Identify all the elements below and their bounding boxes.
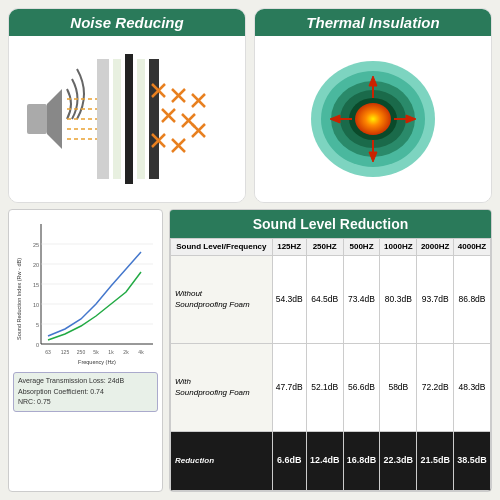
thermal-insulation-box: Thermal Insulation — [254, 8, 492, 203]
row-reduction: Reduction 6.6dB 12.4dB 16.8dB 22.3dB 21.… — [171, 431, 491, 490]
thermal-insulation-image — [255, 36, 491, 202]
cell-with-125: 47.7dB — [272, 344, 306, 432]
chart-svg: Sound Reduction Index (Rw - dB) 0 5 10 1… — [13, 214, 158, 369]
noise-reducing-box: Noise Reducing — [8, 8, 246, 203]
noise-reducing-image — [9, 36, 245, 202]
svg-text:0: 0 — [36, 342, 39, 348]
table-header-row: Sound Level/Frequency 125HZ 250HZ 500HZ … — [171, 239, 491, 256]
svg-text:250: 250 — [77, 349, 86, 355]
cell-red-125: 6.6dB — [272, 431, 306, 490]
table-title: Sound Level Reduction — [170, 210, 491, 238]
cell-with-500: 56.6dB — [343, 344, 380, 432]
cell-with-250: 52.1dB — [306, 344, 343, 432]
cell-without-2000: 93.7dB — [417, 256, 454, 344]
svg-text:125: 125 — [61, 349, 70, 355]
sound-level-table-area: Sound Level Reduction Sound Level/Freque… — [169, 209, 492, 492]
svg-text:5: 5 — [36, 322, 39, 328]
svg-rect-1 — [97, 59, 109, 179]
chart-area: Sound Reduction Index (Rw - dB) 0 5 10 1… — [8, 209, 163, 492]
row-with: WithSoundproofing Foam 47.7dB 52.1dB 56.… — [171, 344, 491, 432]
svg-rect-6 — [27, 104, 47, 134]
cell-without-1000: 80.3dB — [380, 256, 417, 344]
noise-reducing-label: Noise Reducing — [9, 9, 245, 36]
svg-text:15: 15 — [33, 282, 39, 288]
svg-text:10: 10 — [33, 302, 39, 308]
cell-red-2000: 21.5dB — [417, 431, 454, 490]
cell-with-1000: 58dB — [380, 344, 417, 432]
sound-table: Sound Level/Frequency 125HZ 250HZ 500HZ … — [170, 238, 491, 491]
svg-text:63: 63 — [45, 349, 51, 355]
chart-info-line1: Average Transmission Loss: 24dB — [18, 376, 153, 387]
svg-text:25: 25 — [33, 242, 39, 248]
row-without: WithoutSoundproofing Foam 54.3dB 64.5dB … — [171, 256, 491, 344]
row-without-label: WithoutSoundproofing Foam — [171, 256, 273, 344]
cell-red-250: 12.4dB — [306, 431, 343, 490]
cell-without-500: 73.4dB — [343, 256, 380, 344]
col-freq-label: Sound Level/Frequency — [171, 239, 273, 256]
svg-text:Sound Reduction Index (Rw - dB: Sound Reduction Index (Rw - dB) — [16, 258, 22, 340]
thermal-insulation-label: Thermal Insulation — [255, 9, 491, 36]
cell-red-1000: 22.3dB — [380, 431, 417, 490]
bottom-row: Sound Reduction Index (Rw - dB) 0 5 10 1… — [8, 209, 492, 492]
svg-rect-4 — [137, 59, 145, 179]
cell-without-250: 64.5dB — [306, 256, 343, 344]
svg-text:20: 20 — [33, 262, 39, 268]
chart-info-line3: NRC: 0.75 — [18, 397, 153, 408]
noise-reducing-svg — [13, 49, 241, 189]
svg-text:Frequency (Hz): Frequency (Hz) — [78, 359, 116, 365]
svg-point-34 — [355, 103, 391, 135]
row-with-label: WithSoundproofing Foam — [171, 344, 273, 432]
main-container: Noise Reducing — [0, 0, 500, 500]
col-500: 500HZ — [343, 239, 380, 256]
svg-text:4k: 4k — [138, 349, 144, 355]
col-4000: 4000HZ — [454, 239, 491, 256]
svg-rect-3 — [125, 54, 133, 184]
col-250: 250HZ — [306, 239, 343, 256]
thermal-insulation-svg — [308, 54, 438, 184]
cell-with-2000: 72.2dB — [417, 344, 454, 432]
chart-info: Average Transmission Loss: 24dB Absorpti… — [13, 372, 158, 412]
svg-text:2k: 2k — [123, 349, 129, 355]
svg-text:1k: 1k — [108, 349, 114, 355]
col-125: 125HZ — [272, 239, 306, 256]
reduction-label: Reduction — [171, 431, 273, 490]
svg-rect-2 — [113, 59, 121, 179]
svg-rect-5 — [149, 59, 159, 179]
top-row: Noise Reducing — [8, 8, 492, 203]
chart-info-line2: Absorption Coefficient: 0.74 — [18, 387, 153, 398]
cell-without-4000: 86.8dB — [454, 256, 491, 344]
col-2000: 2000HZ — [417, 239, 454, 256]
cell-without-125: 54.3dB — [272, 256, 306, 344]
svg-text:5k: 5k — [93, 349, 99, 355]
cell-with-4000: 48.3dB — [454, 344, 491, 432]
cell-red-500: 16.8dB — [343, 431, 380, 490]
col-1000: 1000HZ — [380, 239, 417, 256]
cell-red-4000: 38.5dB — [454, 431, 491, 490]
